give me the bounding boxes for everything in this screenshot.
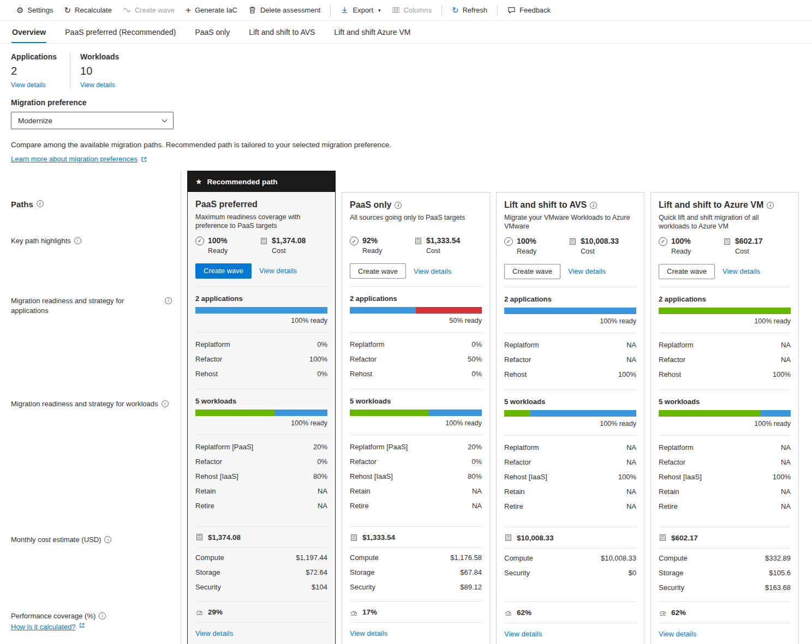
cost-row-value: $332.89 (765, 554, 791, 562)
divider (195, 389, 327, 389)
strategy-row: Rehost [IaaS] 100% (504, 470, 636, 484)
divider (350, 435, 482, 435)
applications-readiness-bar (659, 308, 791, 314)
settings-button[interactable]: ⚙ Settings (11, 3, 58, 17)
migration-preference-dropdown[interactable]: Modernize (11, 112, 174, 129)
paths-comparison: Paths Key path highlights Migration read… (0, 171, 812, 644)
chevron-down-icon: ▾ (378, 8, 381, 13)
workloads-ready-text: 100% ready (504, 420, 636, 428)
export-button[interactable]: Export ▾ (335, 3, 386, 17)
tab-lift-shift-avs[interactable]: Lift and shift to AVS (248, 21, 315, 43)
strategy-label: Replatform (659, 341, 694, 349)
info-icon[interactable] (37, 200, 44, 207)
applications-readiness-bar (504, 308, 636, 314)
cost-row: Security $89.12 (350, 580, 482, 594)
monthly-cost-total-value: $1,333.54 (362, 533, 395, 541)
view-details-link[interactable]: View details (414, 267, 451, 275)
recalculate-button[interactable]: ↻ Recalculate (58, 3, 117, 17)
refresh-button[interactable]: ↻ Refresh (446, 3, 493, 17)
workloads-strategy-rows: Replatform NA Refactor NA Rehost [IaaS] … (659, 440, 791, 514)
ready-check-icon: ✓ (195, 237, 204, 245)
strategy-row: Replatform [PaaS] 20% (350, 440, 482, 454)
strategy-value: NA (318, 502, 327, 510)
applications-ready-text: 100% ready (195, 317, 327, 324)
strategy-value: NA (472, 487, 482, 495)
tab-overview[interactable]: Overview (11, 21, 46, 43)
strategy-value: NA (781, 458, 791, 466)
divider (504, 435, 636, 436)
cost-row: Compute $10,008.33 (504, 551, 636, 565)
view-details-link[interactable]: View details (504, 630, 542, 638)
view-details-link[interactable]: View details (259, 267, 297, 275)
cost-breakdown-rows: Compute $332.89 Storage $105.6 Security … (659, 551, 791, 595)
info-icon[interactable] (395, 202, 402, 209)
cost-icon (195, 533, 204, 541)
gear-icon: ⚙ (16, 6, 23, 14)
export-label: Export (353, 6, 373, 14)
applications-view-details-link[interactable]: View details (11, 81, 46, 89)
cost-icon (504, 534, 512, 541)
strategy-value: 50% (468, 355, 482, 363)
tab-paas-only[interactable]: PaaS only (194, 21, 230, 43)
create-wave-button[interactable]: Create wave (504, 264, 560, 279)
info-icon[interactable] (99, 612, 106, 619)
tab-lift-shift-azure-vm[interactable]: Lift and shift Azure VM (333, 21, 411, 43)
apps-readiness-text: Migration readiness and strategy for app… (11, 296, 162, 315)
monthly-cost-total-value: $602.17 (671, 534, 698, 542)
info-icon[interactable] (104, 536, 111, 543)
learn-more-link-text: Learn more about migration preferences (11, 155, 138, 163)
info-icon[interactable] (74, 237, 81, 244)
view-details-link[interactable]: View details (723, 267, 760, 275)
divider (504, 287, 636, 287)
view-details-link[interactable]: View details (350, 629, 387, 637)
tab-paas-preferred[interactable]: PaaS preferred (Recommended) (64, 21, 176, 43)
workloads-section-title: 5 workloads (350, 397, 482, 405)
info-icon[interactable] (165, 297, 172, 304)
workloads-readiness-label: Migration readiness and strategy for wor… (11, 399, 172, 409)
migration-preference-label: Migration preference (11, 98, 801, 107)
workloads-ready-text: 100% ready (659, 420, 791, 428)
generate-iac-button[interactable]: + Generate IaC (180, 3, 243, 17)
feedback-button[interactable]: Feedback (502, 3, 556, 17)
delete-assessment-button[interactable]: Delete assessment (243, 3, 326, 17)
workloads-view-details-link[interactable]: View details (80, 81, 115, 89)
strategy-row: Rehost 100% (659, 367, 791, 382)
info-icon[interactable] (162, 400, 169, 407)
create-wave-button[interactable]: Create wave (350, 263, 406, 279)
strategy-value: 100% (309, 355, 327, 363)
recalculate-icon: ↻ (64, 6, 71, 14)
cost-row-label: Storage (350, 568, 375, 576)
strategy-value: NA (781, 341, 791, 349)
workloads-readiness-bar (350, 410, 482, 416)
info-icon[interactable] (590, 202, 597, 209)
workloads-section-title: 5 workloads (659, 398, 791, 406)
cost-icon (569, 238, 577, 255)
cost-row-label: Storage (659, 569, 684, 577)
key-path-highlights-label: Key path highlights (11, 236, 172, 246)
cost-row-value: $67.84 (460, 568, 482, 576)
divider (195, 286, 327, 287)
divider (195, 622, 327, 623)
info-icon[interactable] (767, 202, 774, 209)
columns-label: Columns (404, 6, 432, 14)
applications-stat-value: 2 (11, 65, 57, 77)
learn-more-link[interactable]: Learn more about migration preferences (11, 155, 147, 163)
how-calculated-row: How is it calculated? (11, 622, 172, 632)
strategy-row: Replatform 0% (195, 337, 327, 352)
command-bar: ⚙ Settings ↻ Recalculate Create wave + G… (0, 0, 812, 21)
view-details-link[interactable]: View details (195, 629, 233, 637)
key-metrics: ✓ 92% Ready $1,333.54 Cost (350, 236, 482, 255)
view-details-link[interactable]: View details (568, 267, 606, 275)
create-wave-button[interactable]: Create wave (659, 264, 715, 279)
strategy-value: 20% (468, 443, 482, 451)
divider (350, 526, 482, 527)
strategy-row: Rehost [IaaS] 80% (350, 469, 482, 484)
recommended-banner: ★ Recommended path (188, 171, 335, 192)
view-details-link[interactable]: View details (659, 630, 696, 638)
path-title-text: PaaS only (350, 199, 391, 210)
key-metrics: ✓ 100% Ready $602.17 Cost (659, 237, 791, 255)
paths-heading-text: Paths (11, 199, 33, 210)
create-wave-button[interactable]: Create wave (195, 263, 252, 279)
strategy-label: Refactor (504, 458, 531, 466)
how-calculated-link[interactable]: How is it calculated? (11, 622, 76, 632)
